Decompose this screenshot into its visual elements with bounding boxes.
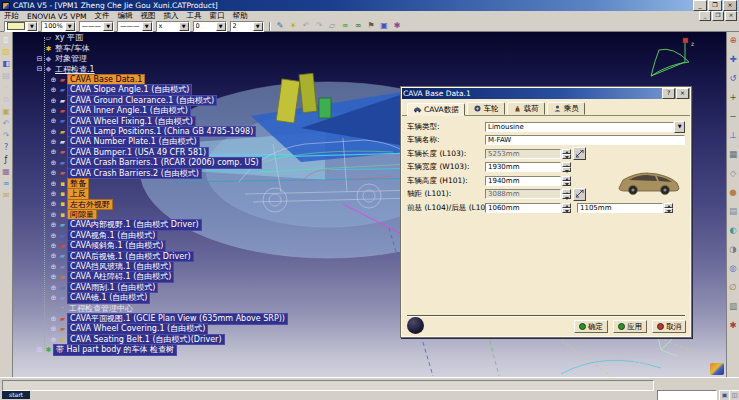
chevron-down-icon[interactable]: ▼	[674, 121, 685, 133]
menu-window[interactable]: 窗口	[205, 11, 228, 21]
tree-expander-icon[interactable]: ⊕	[49, 180, 58, 188]
tab-wheels[interactable]: 车轮	[467, 102, 505, 115]
paste-icon[interactable]: ▣	[1, 106, 12, 117]
tree-expander-icon[interactable]: ⊟	[35, 55, 44, 63]
eraser-icon[interactable]: ▱	[327, 21, 338, 31]
tree-item[interactable]: ⊕ ▪ 间隙量	[35, 210, 395, 220]
light-icon[interactable]: ☀	[288, 21, 299, 31]
child-restore-button[interactable]: ❐	[712, 11, 724, 21]
undo-icon[interactable]: ↶	[301, 21, 312, 31]
hide-show-icon[interactable]: ◐	[728, 225, 739, 236]
cut-icon[interactable]: ✂	[1, 82, 12, 93]
tree-item[interactable]: ⊕ ▰ CAVA Wheel Fixing.1 (自由模式)	[35, 116, 395, 126]
tree-item[interactable]: ⊕ ▰ CAVA Base Data.1	[35, 75, 395, 85]
dialog-help-button[interactable]: ?	[662, 88, 675, 99]
zoom-in-icon[interactable]: +	[728, 92, 739, 103]
spinner-control[interactable]	[562, 189, 571, 199]
save-icon[interactable]: ◧	[1, 58, 12, 69]
tree-item[interactable]: ✱ 整车/车体	[35, 43, 395, 53]
tree-expander-icon[interactable]: ⊕	[49, 169, 58, 177]
tree-expander-icon[interactable]: ⊕	[49, 190, 58, 198]
spinner-control[interactable]	[562, 203, 571, 213]
opacity-combo[interactable]: 100% ▼	[41, 21, 76, 32]
settings-icon[interactable]: ✱	[728, 320, 739, 331]
tree-expander-icon[interactable]: ⊕	[49, 242, 58, 250]
tree-expander-icon[interactable]: ⊕	[49, 117, 58, 125]
chevron-down-icon[interactable]: ▼	[103, 22, 113, 31]
tree-expander-icon[interactable]: ⊕	[49, 86, 58, 94]
wireframe-style-icon[interactable]: ▤	[728, 206, 739, 217]
tree-expander-icon[interactable]: ⊕	[49, 159, 58, 167]
mail-icon[interactable]: ✉	[1, 190, 12, 201]
tree-item[interactable]: ⊕ ▪ 上反	[35, 189, 395, 199]
tree-item[interactable]: ⊕ ▰ CAVA雨刮.1 (自由模式)	[35, 282, 395, 292]
layer-combo[interactable]: 0 ▼	[193, 21, 227, 32]
shading-style-icon[interactable]: ●	[728, 187, 739, 198]
window-list-icon[interactable]: ◫	[729, 390, 739, 400]
line-weight-combo[interactable]: ——— ▼	[79, 21, 115, 32]
new-document-icon[interactable]: ▯	[1, 34, 12, 45]
power-input-field[interactable]	[657, 390, 717, 400]
menu-help[interactable]: 帮助	[228, 11, 251, 21]
vehicle-width-input[interactable]: 1930mm	[485, 162, 561, 172]
tree-item[interactable]: ⊟ ◆ 对象管理	[35, 54, 395, 64]
help-icon[interactable]: ?	[1, 142, 12, 153]
menu-edit[interactable]: 编辑	[113, 11, 136, 21]
tree-item[interactable]: ⊕ ▰ CAVA倾斜角.1 (自由模式)	[35, 241, 395, 251]
tree-expander-icon[interactable]: ⊕	[49, 76, 58, 84]
tree-expander-icon[interactable]: ⊕	[49, 284, 58, 292]
tree-expander-icon[interactable]: ⊟	[35, 65, 44, 73]
tree-item[interactable]: ▱ xy 平面	[35, 33, 395, 43]
glasses-green-icon[interactable]: ∞	[340, 21, 351, 31]
close-button[interactable]: ×	[723, 0, 737, 11]
hyperlink-icon[interactable]: ∞	[1, 178, 12, 189]
measure-icon[interactable]	[573, 188, 586, 201]
view-compass[interactable]: z	[641, 34, 699, 82]
spinner-control[interactable]	[562, 162, 571, 172]
tree-expander-icon[interactable]: ⊕	[49, 138, 58, 146]
vehicle-height-input[interactable]: 1940mm	[485, 176, 561, 186]
tree-item[interactable]: ⊕ ▰ CAVA Crash Barriers.1 (RCAR (2006) c…	[35, 158, 395, 168]
cancel-button[interactable]: 取消	[652, 320, 686, 333]
section-icon[interactable]: ▥	[728, 301, 739, 312]
tree-item[interactable]: ⊕ ▰ CAVA视角.1 (自由模式)	[35, 230, 395, 240]
pan-icon[interactable]: ✚	[728, 54, 739, 65]
centered-rotation-icon[interactable]: ⊕	[728, 35, 739, 46]
tree-item[interactable]: ⊕ ▰ CAVA后视镜.1 (自由模式 Driver)	[35, 251, 395, 261]
tree-expander-icon[interactable]: ⊕	[49, 221, 58, 229]
painter-icon[interactable]: ✎	[275, 21, 286, 31]
knowledge-fx-icon[interactable]: ƒ	[1, 154, 12, 165]
tree-item[interactable]: · 工程检查管理中心	[35, 303, 395, 313]
tree-expander-icon[interactable]: ⊞	[35, 346, 44, 354]
dialog-close-button[interactable]: ×	[676, 88, 689, 99]
tree-item[interactable]: ⊕ ▰ CAVA Inner Angle.1 (自由模式)	[35, 106, 395, 116]
glasses-dark-icon[interactable]: ∞	[353, 21, 364, 31]
ok-button[interactable]: 确定	[574, 320, 608, 333]
menu-tools[interactable]: 工具	[182, 11, 205, 21]
tree-item[interactable]: ⊕ ▰ CAVA Seating Belt.1 (自由模式)(Driver)	[35, 334, 395, 344]
tree-expander-icon[interactable]: ⊕	[49, 336, 58, 344]
tree-item[interactable]: ⊟ ◆ 工程检查.1	[35, 64, 395, 74]
chevron-down-icon[interactable]: ▼	[179, 22, 189, 31]
swap-visible-space-icon[interactable]: ◑	[728, 244, 739, 255]
tree-item[interactable]: ⊕ ▰ CAVA镜.1 (自由模式)	[35, 293, 395, 303]
redo-icon[interactable]: ↷	[314, 21, 325, 31]
fill-color-combo[interactable]: ▼	[4, 21, 38, 32]
camera-icon[interactable]: ⚑	[366, 21, 377, 31]
start-button[interactable]: start	[2, 391, 30, 399]
menu-insert[interactable]: 插入	[159, 11, 182, 21]
maximize-button[interactable]: ❐	[708, 0, 722, 11]
tree-expander-icon[interactable]: ⊕	[49, 294, 58, 302]
tree-item[interactable]: ⊕ ▰ CAVA内部视野.1 (自由模式 Driver)	[35, 220, 395, 230]
tree-expander-icon[interactable]: ⊕	[49, 97, 58, 105]
chevron-down-icon[interactable]: ▼	[253, 22, 263, 31]
compass-handle[interactable]	[683, 38, 688, 43]
rear-overhang-input[interactable]: 1105mm	[577, 203, 663, 213]
rotate-icon[interactable]: ↺	[728, 73, 739, 84]
measure-icon[interactable]	[573, 147, 586, 160]
tree-item[interactable]: ⊕ ▰ CAVA A柱障碍.1 (自由模式)	[35, 272, 395, 282]
tree-expander-icon[interactable]: ⊕	[49, 148, 58, 156]
spinner-control[interactable]	[562, 149, 571, 159]
tree-item[interactable]: ⊞ ✱ 带 Hal part body 的车体 检查树	[35, 345, 395, 355]
isometric-view-icon[interactable]: ◇	[728, 168, 739, 179]
